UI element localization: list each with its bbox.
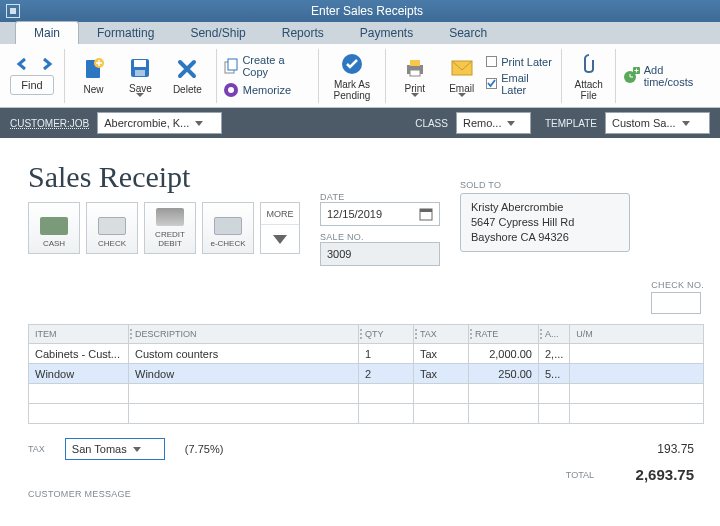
ribbon-tabs: Main Formatting Send/Ship Reports Paymen… xyxy=(0,22,720,44)
tax-label: TAX xyxy=(28,444,45,454)
col-qty[interactable]: QTY xyxy=(359,325,414,344)
template-label: TEMPLATE xyxy=(545,118,597,129)
chevron-down-icon xyxy=(273,235,287,244)
tax-dropdown[interactable]: San Tomas xyxy=(65,438,165,460)
tax-amount: 193.75 xyxy=(614,442,694,456)
col-tax[interactable]: TAX xyxy=(414,325,469,344)
svg-rect-17 xyxy=(420,209,432,212)
mark-pending-button[interactable]: Mark As Pending xyxy=(325,51,380,101)
find-button[interactable]: Find xyxy=(10,75,53,95)
svg-rect-6 xyxy=(228,59,237,70)
print-button[interactable]: Print xyxy=(392,55,437,97)
check-no-label: CHECK NO. xyxy=(651,280,704,290)
svg-rect-4 xyxy=(135,70,145,76)
customer-message-label: CUSTOMER MESSAGE xyxy=(28,489,704,499)
col-item[interactable]: ITEM xyxy=(29,325,129,344)
window-title: Enter Sales Receipts xyxy=(20,4,714,18)
class-dropdown[interactable]: Remo... xyxy=(456,112,531,134)
tab-reports[interactable]: Reports xyxy=(264,22,342,44)
pay-check-button[interactable]: CHECK xyxy=(86,202,138,254)
col-description[interactable]: DESCRIPTION xyxy=(129,325,359,344)
date-label: DATE xyxy=(320,192,440,202)
email-later-checkbox[interactable]: Email Later xyxy=(486,72,555,96)
col-rate[interactable]: RATE xyxy=(469,325,539,344)
check-no-input[interactable] xyxy=(651,292,701,314)
form-body: Sales Receipt CASH CHECK CREDIT DEBIT e-… xyxy=(0,138,720,499)
memorize-button[interactable]: Memorize xyxy=(223,82,312,98)
svg-rect-12 xyxy=(410,70,420,76)
date-input[interactable]: 12/15/2019 xyxy=(320,202,440,226)
new-button[interactable]: New xyxy=(71,56,116,95)
print-later-checkbox[interactable]: Print Later xyxy=(486,56,555,68)
email-button[interactable]: Email xyxy=(439,55,484,97)
tab-send-ship[interactable]: Send/Ship xyxy=(172,22,263,44)
svg-rect-3 xyxy=(134,60,146,67)
customer-job-label: CUSTOMER:JOB xyxy=(10,118,89,129)
next-icon[interactable] xyxy=(40,57,54,71)
attach-file-button[interactable]: Attach File xyxy=(568,51,609,101)
title-bar: Enter Sales Receipts xyxy=(0,0,720,22)
pay-credit-button[interactable]: CREDIT DEBIT xyxy=(144,202,196,254)
ribbon: Find New Save Delete Create a Copy Memor… xyxy=(0,44,720,108)
table-row[interactable] xyxy=(29,404,704,424)
context-bar: CUSTOMER:JOB Abercrombie, K... CLASS Rem… xyxy=(0,108,720,138)
add-time-costs-button[interactable]: Add time/costs xyxy=(622,64,714,88)
system-menu-icon[interactable] xyxy=(6,4,20,18)
col-amount[interactable]: A... xyxy=(539,325,570,344)
tab-search[interactable]: Search xyxy=(431,22,505,44)
clock-plus-icon xyxy=(622,67,640,85)
tax-pct: (7.75%) xyxy=(185,443,224,455)
sold-to-label: SOLD TO xyxy=(460,180,630,190)
pay-cash-button[interactable]: CASH xyxy=(28,202,80,254)
total-label: TOTAL xyxy=(566,470,594,480)
create-copy-button[interactable]: Create a Copy xyxy=(223,54,312,78)
calendar-icon xyxy=(419,207,433,221)
sold-to-box[interactable]: Kristy Abercrombie 5647 Cypress Hill Rd … xyxy=(460,193,630,252)
svg-point-8 xyxy=(228,87,234,93)
paperclip-icon xyxy=(579,52,599,76)
sale-no-input[interactable]: 3009 xyxy=(320,242,440,266)
table-row[interactable]: WindowWindow2Tax250.005... xyxy=(29,364,704,384)
tab-payments[interactable]: Payments xyxy=(342,22,431,44)
form-title: Sales Receipt xyxy=(28,160,300,194)
tab-formatting[interactable]: Formatting xyxy=(79,22,172,44)
total-amount: 2,693.75 xyxy=(614,466,694,483)
pay-more-button[interactable]: MORE xyxy=(260,202,300,254)
class-label: CLASS xyxy=(415,118,448,129)
line-items-table: ITEM DESCRIPTION QTY TAX RATE A... U/M C… xyxy=(28,324,704,424)
template-dropdown[interactable]: Custom Sa... xyxy=(605,112,710,134)
delete-button[interactable]: Delete xyxy=(165,56,210,95)
memorize-icon xyxy=(223,82,239,98)
sale-no-label: SALE NO. xyxy=(320,232,440,242)
table-row[interactable] xyxy=(29,384,704,404)
tab-main[interactable]: Main xyxy=(15,21,79,44)
copy-icon xyxy=(223,58,239,74)
table-row[interactable]: Cabinets - Cust...Custom counters1Tax2,0… xyxy=(29,344,704,364)
prev-icon[interactable] xyxy=(16,57,30,71)
col-um[interactable]: U/M xyxy=(570,325,704,344)
svg-rect-11 xyxy=(410,60,420,66)
customer-job-dropdown[interactable]: Abercrombie, K... xyxy=(97,112,222,134)
save-button[interactable]: Save xyxy=(118,55,163,97)
pay-echeck-button[interactable]: e-CHECK xyxy=(202,202,254,254)
